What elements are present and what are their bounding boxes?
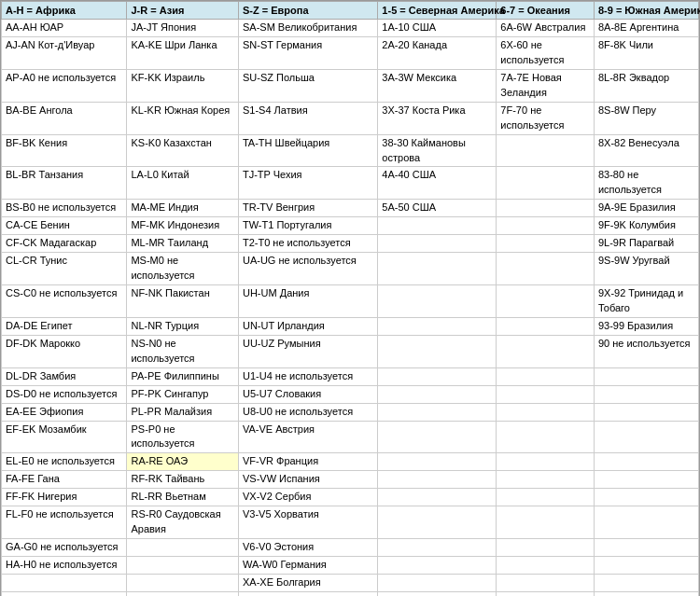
cell-africa-16: EF-EK Мозамбик — [2, 421, 127, 453]
cell-samerica-15 — [594, 403, 698, 421]
cell-oceania-15 — [497, 403, 595, 421]
cell-africa-22: HA-H0 не используется — [2, 557, 127, 575]
cell-asia-6: MA-ME Индия — [127, 200, 239, 217]
cell-africa-24 — [2, 591, 127, 596]
cell-europe-14: U5-U7 Словакия — [238, 385, 377, 403]
cell-europe-13: U1-U4 не используется — [238, 367, 377, 385]
cell-samerica-9: 9S-9W Уругвай — [594, 253, 698, 285]
cell-africa-11: DA-DE Египет — [2, 317, 127, 335]
cell-europe-2: SU-SZ Польша — [238, 69, 377, 102]
cell-africa-6: BS-B0 не используется — [2, 200, 127, 217]
cell-europe-5: TJ-TP Чехия — [238, 167, 377, 200]
cell-asia-13: PA-PE Филиппины — [127, 367, 239, 385]
codes-table: A-H = Африка J-R = Азия S-Z = Европа 1-5… — [1, 1, 699, 596]
cell-europe-17: VF-VR Франция — [238, 453, 377, 471]
header-samerica: 8-9 = Южная Америка — [594, 2, 698, 20]
cell-namerica-23 — [378, 574, 497, 591]
cell-namerica-7 — [378, 217, 497, 235]
cell-namerica-9 — [378, 253, 497, 285]
cell-asia-11: NL-NR Турция — [127, 317, 239, 335]
cell-europe-24: XF-XK Греция — [238, 591, 377, 596]
cell-africa-14: DS-D0 не используется — [2, 385, 127, 403]
cell-oceania-1: 6X-60 не используется — [497, 36, 595, 69]
cell-africa-7: CA-CE Бенин — [2, 217, 127, 235]
cell-asia-1: KA-KE Шри Ланка — [127, 36, 239, 69]
cell-oceania-20 — [497, 506, 595, 539]
cell-asia-21 — [127, 539, 239, 557]
cell-oceania-4 — [497, 134, 595, 167]
cell-asia-18: RF-RK Тайвань — [127, 471, 239, 489]
cell-namerica-13 — [378, 367, 497, 385]
cell-oceania-16 — [497, 421, 595, 453]
cell-samerica-0: 8A-8E Аргентина — [594, 20, 698, 37]
cell-namerica-15 — [378, 403, 497, 421]
cell-asia-2: KF-KK Израиль — [127, 69, 239, 102]
cell-oceania-3: 7F-70 не используется — [497, 102, 595, 134]
cell-asia-4: KS-K0 Казахстан — [127, 134, 239, 167]
main-container: A-H = Африка J-R = Азия S-Z = Европа 1-5… — [0, 0, 700, 596]
cell-europe-12: UU-UZ Румыния — [238, 335, 377, 367]
cell-europe-7: TW-T1 Португалия — [238, 217, 377, 235]
cell-africa-10: CS-C0 не используется — [2, 285, 127, 318]
cell-namerica-11 — [378, 317, 497, 335]
cell-oceania-2: 7A-7E Новая Зеландия — [497, 69, 595, 102]
cell-oceania-9 — [497, 253, 595, 285]
cell-asia-9: MS-M0 не используется — [127, 253, 239, 285]
cell-europe-1: SN-ST Германия — [238, 36, 377, 69]
cell-namerica-6: 5A-50 США — [378, 200, 497, 217]
cell-asia-19: RL-RR Вьетнам — [127, 489, 239, 506]
header-asia: J-R = Азия — [127, 2, 239, 20]
cell-asia-22 — [127, 557, 239, 575]
cell-europe-11: UN-UT Ирландия — [238, 317, 377, 335]
cell-asia-17: RA-RE ОАЭ — [127, 453, 239, 471]
cell-namerica-1: 2A-20 Канада — [378, 36, 497, 69]
cell-oceania-5 — [497, 167, 595, 200]
cell-africa-1: AJ-AN Кот-д'Ивуар — [2, 36, 127, 69]
header-namerica: 1-5 = Северная Америка — [378, 2, 497, 20]
cell-oceania-23 — [497, 574, 595, 591]
cell-europe-3: S1-S4 Латвия — [238, 102, 377, 134]
cell-africa-18: FA-FE Гана — [2, 471, 127, 489]
cell-europe-4: TA-TH Швейцария — [238, 134, 377, 167]
cell-oceania-18 — [497, 471, 595, 489]
cell-europe-21: V6-V0 Эстония — [238, 539, 377, 557]
cell-africa-8: CF-CK Мадагаскар — [2, 235, 127, 253]
cell-namerica-3: 3X-37 Коста Рика — [378, 102, 497, 134]
cell-africa-12: DF-DK Марокко — [2, 335, 127, 367]
cell-namerica-19 — [378, 489, 497, 506]
cell-namerica-10 — [378, 285, 497, 318]
cell-africa-23 — [2, 574, 127, 591]
cell-samerica-16 — [594, 421, 698, 453]
cell-namerica-16 — [378, 421, 497, 453]
cell-africa-2: AP-A0 не используется — [2, 69, 127, 102]
cell-oceania-21 — [497, 539, 595, 557]
cell-samerica-18 — [594, 471, 698, 489]
cell-oceania-7 — [497, 217, 595, 235]
cell-oceania-10 — [497, 285, 595, 318]
cell-asia-15: PL-PR Малайзия — [127, 403, 239, 421]
cell-namerica-8 — [378, 235, 497, 253]
cell-namerica-21 — [378, 539, 497, 557]
cell-samerica-17 — [594, 453, 698, 471]
cell-samerica-4: 8X-82 Венесуэла — [594, 134, 698, 167]
cell-samerica-8: 9L-9R Парагвай — [594, 235, 698, 253]
cell-samerica-10: 9X-92 Тринидад и Тобаго — [594, 285, 698, 318]
cell-samerica-1: 8F-8K Чили — [594, 36, 698, 69]
cell-samerica-14 — [594, 385, 698, 403]
cell-europe-19: VX-V2 Сербия — [238, 489, 377, 506]
cell-oceania-24 — [497, 591, 595, 596]
cell-oceania-8 — [497, 235, 595, 253]
cell-samerica-5: 83-80 не используется — [594, 167, 698, 200]
cell-africa-21: GA-G0 не используется — [2, 539, 127, 557]
cell-asia-24 — [127, 591, 239, 596]
cell-samerica-11: 93-99 Бразилия — [594, 317, 698, 335]
cell-namerica-18 — [378, 471, 497, 489]
cell-asia-23 — [127, 574, 239, 591]
cell-namerica-5: 4A-40 США — [378, 167, 497, 200]
cell-samerica-22 — [594, 557, 698, 575]
cell-africa-13: DL-DR Замбия — [2, 367, 127, 385]
header-africa: A-H = Африка — [2, 2, 127, 20]
cell-namerica-12 — [378, 335, 497, 367]
cell-europe-9: UA-UG не используется — [238, 253, 377, 285]
cell-africa-4: BF-BK Кения — [2, 134, 127, 167]
